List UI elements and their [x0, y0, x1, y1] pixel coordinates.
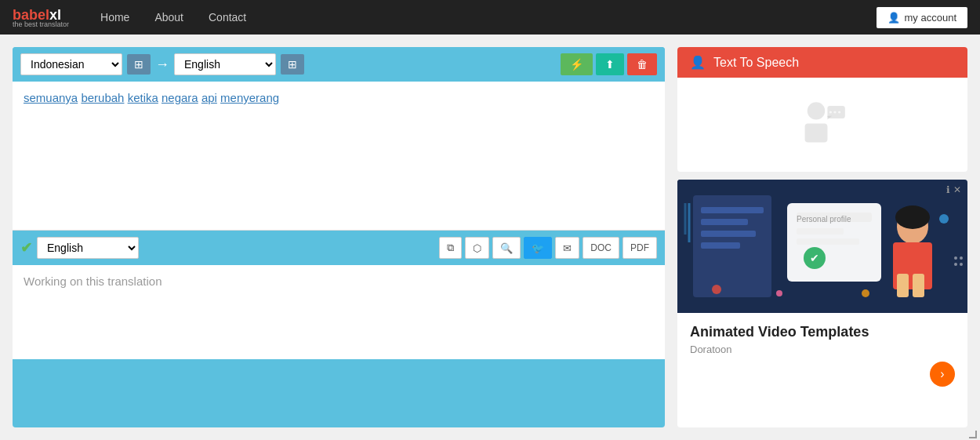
source-word-6[interactable]: menyerang	[220, 91, 279, 104]
svg-rect-11	[701, 231, 756, 237]
svg-point-25	[712, 285, 721, 294]
main-content: Indonesian English French Spanish German…	[0, 35, 980, 440]
pdf-button[interactable]: PDF	[622, 237, 657, 259]
delete-button[interactable]: 🗑	[627, 53, 657, 75]
svg-rect-12	[701, 242, 740, 249]
ad-cta: ›	[690, 362, 955, 387]
ad-image-placeholder: Personal profile ✔	[677, 180, 967, 313]
svg-point-32	[960, 256, 963, 260]
nav-about[interactable]: About	[142, 0, 196, 35]
copy-button[interactable]: ⧉	[439, 237, 462, 259]
target-grid-button[interactable]: ⊞	[281, 54, 304, 75]
source-word-2[interactable]: berubah	[81, 91, 124, 104]
source-word-1[interactable]: semuanya	[24, 91, 78, 104]
check-icon: ✔	[20, 239, 32, 256]
source-word-4[interactable]: negara	[162, 91, 198, 104]
user-icon: 👤	[887, 12, 900, 24]
tts-header: 👤 Text To Speech	[677, 47, 967, 78]
doc-button[interactable]: DOC	[583, 237, 619, 259]
my-account-button[interactable]: 👤 my account	[877, 7, 967, 28]
svg-point-28	[776, 290, 782, 296]
ad-image-svg: Personal profile ✔	[677, 180, 967, 313]
twitter-button[interactable]: 🐦	[524, 237, 552, 259]
tts-person-speaking-icon	[791, 93, 854, 156]
source-text-area[interactable]: semuanya berubah ketika negara api menye…	[13, 82, 665, 231]
svg-rect-1	[805, 123, 828, 142]
svg-rect-9	[701, 207, 764, 213]
translator-panel: Indonesian English French Spanish German…	[13, 47, 665, 427]
ad-image-area: Personal profile ✔	[677, 180, 967, 313]
source-word-3[interactable]: ketika	[128, 91, 158, 104]
output-text-area: Working on this translation	[13, 265, 665, 359]
svg-rect-23	[913, 274, 924, 297]
brand: babelxl the best translator	[13, 7, 69, 28]
svg-point-5	[838, 111, 840, 113]
svg-text:Personal profile: Personal profile	[797, 215, 851, 224]
lightning-button[interactable]: ⚡	[561, 53, 593, 75]
svg-point-26	[862, 289, 869, 297]
svg-point-31	[954, 256, 957, 260]
source-language-select[interactable]: Indonesian English French Spanish German	[20, 53, 122, 75]
ad-title: Animated Video Templates	[690, 324, 955, 340]
tts-body[interactable]	[677, 78, 967, 172]
navbar: babelxl the best translator Home About C…	[0, 0, 980, 35]
svg-rect-22	[897, 274, 909, 297]
ad-info-icon[interactable]: ℹ	[946, 184, 950, 195]
svg-point-3	[829, 111, 832, 113]
ad-cta-button[interactable]: ›	[930, 362, 955, 387]
tts-box: 👤 Text To Speech	[677, 47, 967, 172]
svg-point-33	[954, 263, 957, 266]
svg-point-0	[808, 102, 825, 119]
ad-close-button[interactable]: ✕	[953, 184, 961, 195]
nav-contact[interactable]: Contact	[196, 0, 259, 35]
output-action-buttons: ⧉ ⬡ 🔍 🐦 ✉ DOC PDF	[439, 237, 657, 259]
nav-home[interactable]: Home	[88, 0, 142, 35]
source-word-5[interactable]: api	[201, 91, 217, 104]
svg-point-24	[895, 205, 930, 229]
my-account-label: my account	[905, 12, 956, 24]
email-button[interactable]: ✉	[555, 237, 579, 259]
source-toolbar: Indonesian English French Spanish German…	[13, 47, 665, 82]
ad-box: Personal profile ✔	[677, 180, 967, 427]
nav-links: Home About Contact	[88, 0, 876, 35]
svg-point-4	[833, 111, 836, 113]
svg-rect-16	[797, 228, 844, 235]
svg-rect-17	[797, 238, 859, 245]
search-button[interactable]: 🔍	[492, 237, 521, 259]
ad-content: Animated Video Templates Doratoon ›	[677, 313, 967, 396]
output-toolbar: ✔ English Indonesian French Spanish Germ…	[13, 231, 665, 265]
share-button[interactable]: ⬡	[465, 237, 489, 259]
person-icon: 👤	[690, 55, 706, 70]
svg-point-27	[939, 214, 949, 224]
swap-arrow-icon: →	[155, 56, 169, 73]
source-grid-button[interactable]: ⊞	[127, 54, 151, 75]
svg-point-34	[960, 263, 963, 266]
svg-text:✔: ✔	[810, 252, 819, 264]
action-buttons: ⚡ ⬆ 🗑	[561, 53, 657, 75]
brand-tagline: the best translator	[13, 20, 69, 28]
output-placeholder-text: Working on this translation	[24, 275, 162, 288]
target-language-select[interactable]: English Indonesian French Spanish German	[174, 53, 276, 75]
svg-rect-10	[701, 219, 748, 225]
tts-title: Text To Speech	[713, 56, 799, 70]
right-panel: 👤 Text To Speech	[677, 47, 967, 427]
ad-subtitle: Doratoon	[690, 344, 955, 355]
upload-button[interactable]: ⬆	[596, 53, 624, 75]
output-language-select[interactable]: English Indonesian French Spanish German	[37, 237, 139, 259]
nav-right: 👤 my account	[877, 7, 967, 28]
